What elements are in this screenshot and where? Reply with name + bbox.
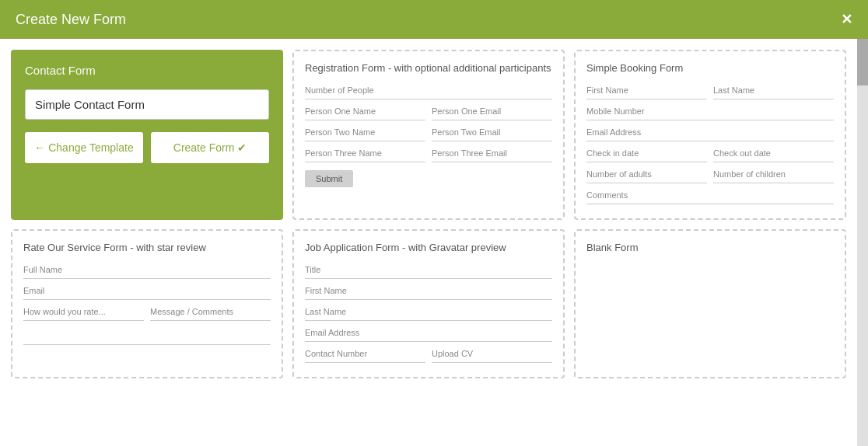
template-field-row: Check in date Check out date [586,145,834,162]
template-field: Full Name [23,261,271,279]
template-field: Person Three Email [432,145,552,162]
template-field-row: Person Two Name Person Two Email [305,124,552,141]
change-template-button[interactable]: ← Change Template [25,132,143,163]
scrollbar[interactable] [857,39,868,446]
template-title-job-application: Job Application Form - with Gravatar pre… [305,242,552,253]
template-field: Person Three Name [305,145,425,162]
submit-button-preview: Submit [305,170,353,187]
template-field: Email [23,282,271,300]
template-field-row: Person One Name Person One Email [305,103,552,120]
template-card-rate-service[interactable]: Rate Our Service Form - with star review… [11,229,283,378]
card-buttons: ← Change Template Create Form ✔ [25,132,269,163]
template-field: Mobile Number [586,103,834,120]
create-form-button[interactable]: Create Form ✔ [151,132,269,163]
contact-form-title: Contact Form [25,64,269,77]
template-title-registration: Registration Form - with optional additi… [305,62,552,74]
template-card-job-application[interactable]: Job Application Form - with Gravatar pre… [292,229,565,378]
template-field: Email Address [305,324,552,342]
modal-header: Create New Form ✕ [0,0,868,39]
template-field-row: Contact Number Upload CV [305,345,552,363]
content-area: Contact Form ← Change Template Create Fo… [0,39,857,446]
scrollbar-thumb[interactable] [857,39,868,85]
template-card-booking[interactable]: Simple Booking Form First Name Last Name… [574,50,846,220]
template-field: Person Two Name [305,124,425,141]
template-field: Contact Number [305,345,425,363]
template-field: First Name [586,82,707,99]
close-button[interactable]: ✕ [841,11,852,28]
template-field: Person Two Email [432,124,552,141]
template-field: First Name [305,282,552,300]
template-grid: Contact Form ← Change Template Create Fo… [11,50,846,378]
template-field: Email Address [586,124,834,141]
template-card-blank[interactable]: Blank Form [574,229,846,378]
template-field: Last Name [713,82,834,99]
template-field: Check out date [713,145,834,162]
template-field: Number of adults [586,166,707,183]
template-field: Person One Email [432,103,552,120]
template-field: Upload CV [432,345,552,363]
template-field: Number of People [305,82,552,99]
template-field [23,327,271,345]
template-field: Person One Name [305,103,425,120]
contact-form-card: Contact Form ← Change Template Create Fo… [11,50,283,220]
form-name-input[interactable] [25,89,269,120]
template-field: Title [305,261,552,279]
template-field-row: Person Three Name Person Three Email [305,145,552,162]
template-field: Message / Comments [150,303,271,321]
template-field: How would you rate... [23,303,144,321]
template-title-booking: Simple Booking Form [586,62,834,74]
template-title-blank: Blank Form [586,242,834,253]
template-field-row: First Name Last Name [586,82,834,99]
template-title-rate-service: Rate Our Service Form - with star review [23,242,271,253]
template-field: Number of children [713,166,834,183]
template-field-row: How would you rate... Message / Comments [23,303,271,321]
template-field: Comments [586,186,834,204]
create-form-modal: Create New Form ✕ Contact Form ← Change … [0,0,868,446]
template-field-row: Number of adults Number of children [586,166,834,183]
template-field: Last Name [305,303,552,321]
modal-title: Create New Form [16,12,126,28]
template-card-registration[interactable]: Registration Form - with optional additi… [292,50,565,220]
modal-body: Contact Form ← Change Template Create Fo… [0,39,868,446]
template-field: Check in date [586,145,707,162]
